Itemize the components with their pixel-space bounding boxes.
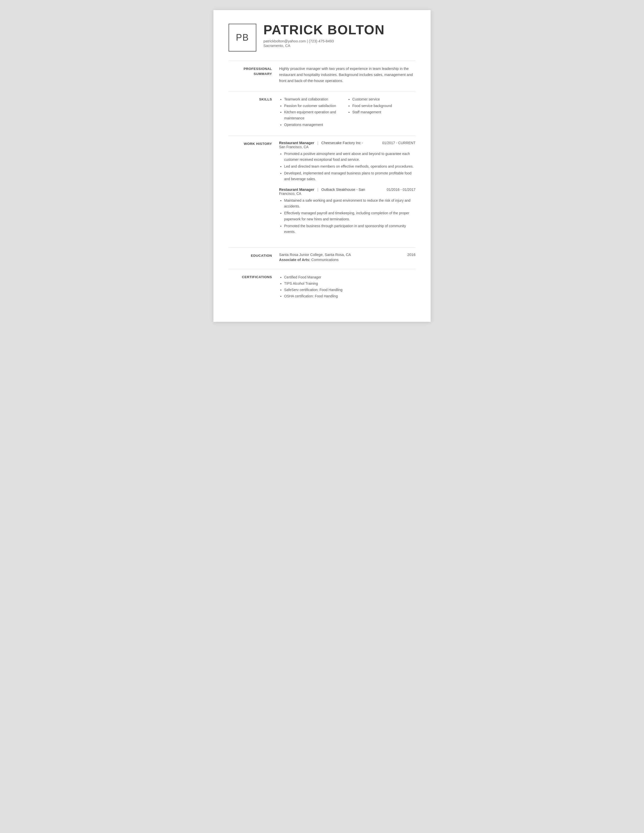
education-section: EDUCATION Santa Rosa Junior College, San… xyxy=(229,248,415,262)
cert-item: SafeServ certification: Food Handling xyxy=(284,287,415,293)
skill-item: Food service background xyxy=(352,103,415,109)
job-location-2: Francisco, CA xyxy=(279,191,415,196)
cert-item: Certified Food Manager xyxy=(284,274,415,280)
job-location-1: San Francisco, CA xyxy=(279,145,415,149)
work-history-label-col: WORK HISTORY xyxy=(229,141,279,240)
skill-item: Kitchen equipment operation and maintena… xyxy=(284,109,347,121)
contact-line: patrickbolton@yahoo.com | (723) 475-8493 xyxy=(263,39,385,43)
skills-label-col: SKILLS xyxy=(229,96,279,129)
job-company-1: Cheesecake Factory Inc - xyxy=(321,141,363,145)
edu-year: 2016 xyxy=(407,252,415,257)
education-content: Santa Rosa Junior College, Santa Rosa, C… xyxy=(279,252,415,262)
job-title-2: Restaurant Manager xyxy=(279,188,314,191)
job-title-company-1: Restaurant Manager | Cheesecake Factory … xyxy=(279,141,363,145)
skills-section: SKILLS Teamwork and collaboration Passio… xyxy=(229,91,415,129)
education-label: EDUCATION xyxy=(229,253,272,258)
work-history-section: WORK HISTORY Restaurant Manager | Cheese… xyxy=(229,135,415,240)
cert-item: OSHA certification: Food Handling xyxy=(284,293,415,299)
certifications-section: CERTIFICATIONS Certified Food Manager TI… xyxy=(229,269,415,300)
resume-page: PB PATRICK BOLTON patrickbolton@yahoo.co… xyxy=(213,10,431,322)
job-block-1: Restaurant Manager | Cheesecake Factory … xyxy=(279,141,415,182)
job-bullet: Led and directed team members on effecti… xyxy=(284,164,415,169)
job-header-row-2: Restaurant Manager | Outback Steakhouse … xyxy=(279,188,415,191)
summary-section: PROFESSIONAL SUMMARY Highly proactive ma… xyxy=(229,61,415,84)
job-bullet: Maintained a safe working and guest envi… xyxy=(284,198,415,209)
summary-text: Highly proactive manager with two years … xyxy=(279,66,415,84)
job-bullet: Promoted the business through participat… xyxy=(284,223,415,235)
job-header-row-1: Restaurant Manager | Cheesecake Factory … xyxy=(279,141,415,145)
skill-item: Teamwork and collaboration xyxy=(284,96,347,103)
candidate-name: PATRICK BOLTON xyxy=(263,23,385,37)
certifications-content: Certified Food Manager TIPS Alcohol Trai… xyxy=(279,274,415,300)
avatar-box: PB xyxy=(229,24,256,51)
cert-item: TIPS Alcohol Training xyxy=(284,280,415,287)
header-info: PATRICK BOLTON patrickbolton@yahoo.com |… xyxy=(263,23,385,48)
job-dates-1: 01/2017 - CURRENT xyxy=(382,141,416,145)
edu-school: Santa Rosa Junior College, Santa Rosa, C… xyxy=(279,252,351,257)
skills-col-2: Customer service Food service background… xyxy=(347,96,415,129)
edu-degree-rest: Communications xyxy=(311,258,339,262)
skills-columns: Teamwork and collaboration Passion for c… xyxy=(279,96,415,129)
job-bullet: Developed, implemented and managed busin… xyxy=(284,170,415,182)
certifications-label-col: CERTIFICATIONS xyxy=(229,274,279,300)
skills-label: SKILLS xyxy=(229,97,272,102)
skills-col-1: Teamwork and collaboration Passion for c… xyxy=(279,96,347,129)
cert-list: Certified Food Manager TIPS Alcohol Trai… xyxy=(279,274,415,300)
job-bullets-1: Promoted a positive atmosphere and went … xyxy=(279,151,415,182)
work-history-content: Restaurant Manager | Cheesecake Factory … xyxy=(279,141,415,240)
skill-item: Staff management xyxy=(352,109,415,115)
job-bullet: Promoted a positive atmosphere and went … xyxy=(284,151,415,162)
job-company-2: Outback Steakhouse - San xyxy=(321,188,365,191)
header-section: PB PATRICK BOLTON patrickbolton@yahoo.co… xyxy=(229,23,415,51)
job-title-company-2: Restaurant Manager | Outback Steakhouse … xyxy=(279,188,365,191)
skills-content: Teamwork and collaboration Passion for c… xyxy=(279,96,415,129)
edu-degree-bold: Associate of Arts: xyxy=(279,258,311,262)
skill-item: Passion for customer satisfaction xyxy=(284,103,347,109)
location: Sacramento, CA xyxy=(263,43,385,48)
job-title-1: Restaurant Manager xyxy=(279,141,314,145)
education-label-col: EDUCATION xyxy=(229,252,279,262)
edu-degree: Associate of Arts: Communications xyxy=(279,258,415,262)
summary-label: PROFESSIONAL SUMMARY xyxy=(229,66,272,77)
summary-content: Highly proactive manager with two years … xyxy=(279,66,415,84)
job-block-2: Restaurant Manager | Outback Steakhouse … xyxy=(279,188,415,235)
certifications-label: CERTIFICATIONS xyxy=(229,275,272,280)
email: patrickbolton@yahoo.com xyxy=(263,39,306,43)
work-history-label: WORK HISTORY xyxy=(229,142,272,146)
job-bullet: Effectively managed payroll and timekeep… xyxy=(284,210,415,222)
phone: (723) 475-8493 xyxy=(309,39,334,43)
skill-item: Customer service xyxy=(352,96,415,103)
summary-label-col: PROFESSIONAL SUMMARY xyxy=(229,66,279,84)
contact-separator: | xyxy=(307,39,309,43)
education-row: Santa Rosa Junior College, Santa Rosa, C… xyxy=(279,252,415,257)
job-bullets-2: Maintained a safe working and guest envi… xyxy=(279,198,415,235)
skill-item: Operations management xyxy=(284,122,347,128)
avatar-initials: PB xyxy=(236,32,249,43)
job-dates-2: 01/2016 - 01/2017 xyxy=(386,188,415,191)
